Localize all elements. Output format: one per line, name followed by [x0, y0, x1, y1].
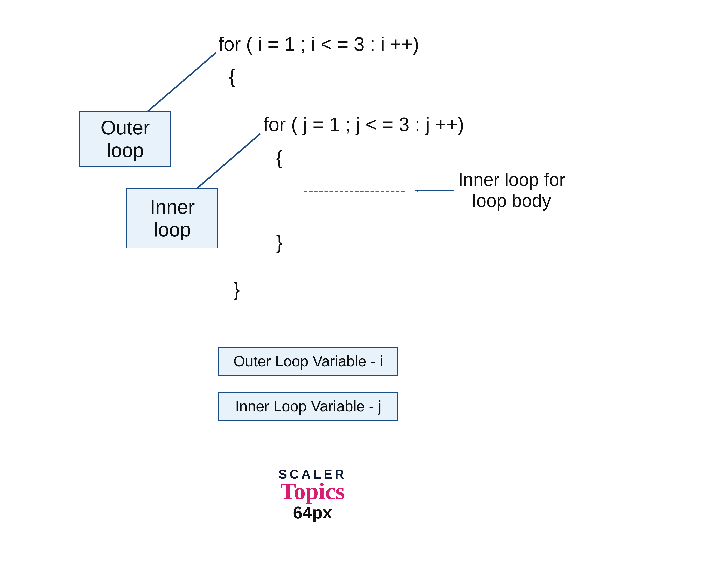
brand-logo: SCALER Topics 64px — [267, 467, 358, 523]
inner-variable-box: Inner Loop Variable - j — [218, 392, 398, 421]
outer-variable-label: Outer Loop Variable - i — [233, 353, 383, 370]
inner-body-annotation-line1: Inner loop for — [458, 169, 565, 190]
arrow-inner-loop — [197, 134, 260, 188]
inner-body-annotation: Inner loop for loop body — [458, 169, 565, 211]
arrows-layer — [0, 0, 728, 581]
brand-logo-bot: 64px — [267, 503, 358, 523]
outer-loop-label-box: Outer loop — [79, 111, 171, 167]
diagram-stage: for ( i = 1 ; i < = 3 : i ++) { for ( j … — [0, 0, 728, 581]
code-outer-close-brace: } — [233, 278, 240, 300]
arrow-outer-loop — [148, 52, 216, 111]
code-inner-open-brace: { — [276, 147, 283, 169]
code-inner-for: for ( j = 1 ; j < = 3 : j ++) — [263, 113, 464, 135]
inner-variable-label: Inner Loop Variable - j — [235, 398, 382, 415]
code-outer-for: for ( i = 1 ; i < = 3 : i ++) — [218, 33, 419, 55]
outer-loop-label-line2: loop — [107, 139, 144, 162]
outer-variable-box: Outer Loop Variable - i — [218, 347, 398, 376]
inner-loop-label-line1: Inner — [150, 196, 195, 219]
inner-loop-label-line2: loop — [154, 219, 191, 241]
outer-loop-label-line1: Outer — [101, 117, 150, 139]
code-inner-close-brace: } — [276, 231, 283, 253]
brand-logo-mid: Topics — [267, 478, 358, 505]
code-outer-open-brace: { — [229, 65, 235, 87]
inner-body-dashed-line — [304, 191, 405, 192]
inner-loop-label-box: Inner loop — [126, 188, 218, 248]
inner-body-annotation-line2: loop body — [458, 190, 565, 211]
